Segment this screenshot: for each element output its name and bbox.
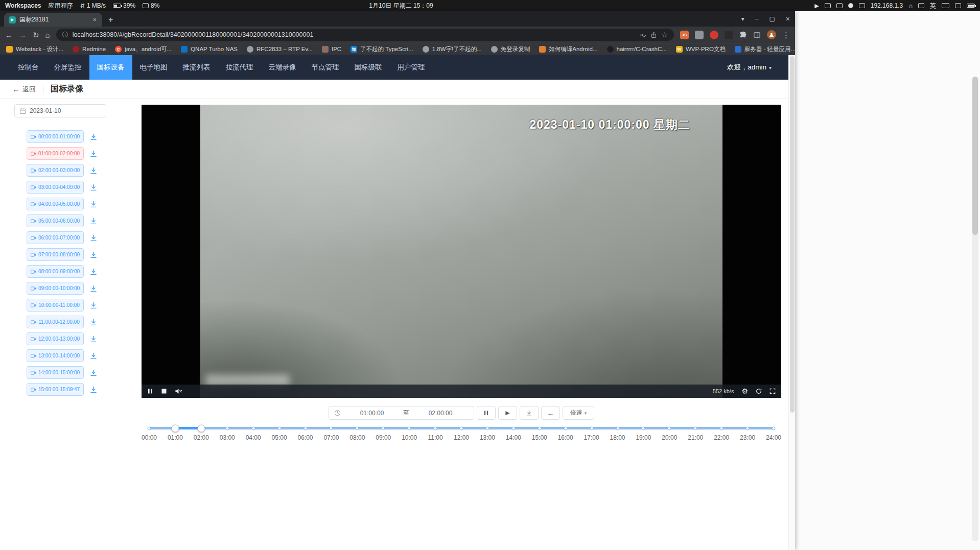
time-range-picker[interactable]: 01:00:00 至 02:00:00 [329, 406, 474, 420]
timeline-stop[interactable] [642, 426, 645, 430]
reload-button[interactable]: ↻ [33, 31, 39, 39]
timeline-stop[interactable] [511, 426, 515, 430]
page-scrollbar-thumb[interactable] [790, 56, 795, 413]
browser-tab[interactable]: ▶ 国标28181 × [4, 13, 102, 27]
timeline-stop[interactable] [460, 426, 463, 430]
nav-item[interactable]: 拉流代理 [218, 55, 261, 80]
bookmark-item[interactable]: W WVP-PRO文档 [676, 45, 726, 53]
bookmark-item[interactable]: 1.8W字!了不起的... [423, 45, 482, 53]
timeline-stop[interactable] [382, 426, 385, 430]
window-maximize-button[interactable]: ▢ [769, 15, 775, 22]
timeline-stop[interactable] [225, 426, 229, 430]
bookmark-item[interactable]: 如何编译Android... [539, 45, 597, 53]
segment-button[interactable]: 02:00:00-03:00:00 [27, 164, 84, 177]
speed-dropdown[interactable]: 倍速 ▾ [563, 406, 594, 420]
timeline-stop[interactable] [590, 426, 593, 430]
bookmark-star-icon[interactable]: ☆ [661, 31, 668, 39]
display-icon[interactable] [955, 3, 961, 8]
tools-icon[interactable] [859, 3, 865, 8]
download-icon[interactable] [90, 201, 97, 208]
timeline-handle[interactable] [171, 424, 179, 432]
timeline-handle[interactable] [197, 424, 205, 432]
screenshot-tool-icon[interactable] [825, 3, 831, 8]
clock[interactable]: 1月10日 星期二 15：09 [369, 2, 433, 10]
end-time-value[interactable]: 02:00:00 [412, 410, 469, 417]
stop-icon[interactable] [161, 388, 167, 394]
timeline-stop[interactable] [356, 426, 359, 430]
back-button[interactable]: ← [5, 31, 13, 39]
bookmark-item[interactable]: IPC [322, 46, 341, 53]
download-icon[interactable] [90, 234, 97, 242]
new-tab-button[interactable]: + [102, 13, 119, 27]
nav-item[interactable]: 分屏监控 [46, 55, 89, 80]
volume-mute-icon[interactable] [175, 388, 182, 394]
back-link[interactable]: ← 返回 [12, 85, 36, 94]
timeline-stop[interactable] [304, 426, 307, 430]
menu-kebab-icon[interactable]: ⋮ [782, 31, 790, 39]
memory-indicator[interactable]: 8% [143, 2, 159, 9]
download-icon[interactable] [90, 268, 97, 275]
timeline-stop[interactable] [434, 426, 437, 430]
nav-item[interactable]: 推流列表 [175, 55, 218, 80]
skip-back-button[interactable]: ← [541, 406, 560, 420]
segment-button[interactable]: 14:00:00-15:00:00 [27, 366, 84, 379]
segment-button[interactable]: 03:00:00-04:00:00 [27, 181, 84, 194]
video-surface[interactable] [200, 105, 722, 398]
home-icon[interactable]: ⌂ [908, 3, 913, 9]
download-icon[interactable] [90, 218, 97, 225]
segment-button[interactable]: 06:00:00-07:00:00 [27, 231, 84, 244]
download-icon[interactable] [90, 336, 97, 343]
timeline-stop[interactable] [330, 426, 333, 430]
ime-indicator[interactable]: 英 [930, 2, 936, 10]
clipboard-icon[interactable] [836, 3, 843, 8]
ext-tampermonkey-icon[interactable] [725, 31, 733, 39]
timeline-stop[interactable] [485, 426, 489, 430]
home-button[interactable]: ⌂ [45, 31, 50, 39]
ip-address[interactable]: 192.168.1.3 [871, 2, 903, 9]
segment-button[interactable]: 00:00:00-01:00:00 [27, 130, 84, 143]
nav-item[interactable]: 控制台 [10, 55, 46, 80]
media-play-icon[interactable]: ▶ [814, 3, 819, 9]
bookmark-item[interactable]: C java、android可... [115, 45, 172, 53]
download-icon[interactable] [90, 184, 97, 191]
download-icon[interactable] [90, 167, 97, 174]
play-button[interactable]: ▶ [498, 406, 517, 420]
segment-button[interactable]: 15:00:00-15:09:47 [27, 383, 84, 396]
timeline-stop[interactable] [564, 426, 567, 430]
bookmark-item[interactable]: 知 了不起的 TypeScri... [351, 45, 413, 53]
timeline-stop[interactable] [277, 426, 281, 430]
download-icon[interactable] [90, 150, 97, 157]
bookmark-item[interactable]: Redmine [73, 46, 106, 53]
ext-js-icon[interactable]: JS [680, 31, 689, 39]
bookmark-item[interactable]: hairrrrr/C-CrashC... [607, 46, 667, 53]
download-icon[interactable] [90, 369, 97, 376]
segment-button[interactable]: 12:00:00-13:00:00 [27, 332, 84, 345]
timeline-stop[interactable] [408, 426, 411, 430]
forward-button[interactable]: → [19, 31, 27, 39]
pause-button[interactable] [477, 406, 496, 420]
tab-search-icon[interactable]: ▾ [741, 15, 744, 22]
extensions-puzzle-icon[interactable] [739, 31, 747, 39]
address-bar[interactable]: ⓘ localhost:38080/#/gbRecordDetail/34020… [56, 29, 674, 41]
keyboard-icon[interactable] [942, 3, 949, 8]
workspaces-button[interactable]: Workspaces [5, 2, 41, 9]
download-button[interactable] [520, 406, 539, 420]
network-indicator[interactable]: ⇵ 1 MB/s [80, 2, 106, 9]
download-icon[interactable] [90, 302, 97, 309]
ext-adblock-icon[interactable] [710, 31, 718, 39]
url-text[interactable]: localhost:38080/#/gbRecordDetail/3402000… [73, 31, 636, 38]
background-scrollbar-thumb[interactable] [972, 77, 978, 235]
download-icon[interactable] [90, 251, 97, 258]
download-icon[interactable] [90, 133, 97, 140]
recorder-dot-icon[interactable] [848, 3, 853, 8]
fullscreen-icon[interactable] [769, 388, 776, 394]
timeline-stop[interactable] [148, 426, 151, 430]
nav-item[interactable]: 节点管理 [304, 55, 347, 80]
nav-item[interactable]: 用户管理 [390, 55, 433, 80]
segment-button[interactable]: 13:00:00-14:00:00 [27, 349, 84, 362]
bookmark-item[interactable]: 免登录复制 [491, 45, 530, 53]
segment-button[interactable]: 04:00:00-05:00:00 [27, 198, 84, 210]
user-menu[interactable]: 欢迎，admin ▾ [727, 63, 772, 72]
segment-button[interactable]: 05:00:00-06:00:00 [27, 214, 84, 227]
segment-button[interactable]: 08:00:00-09:00:00 [27, 265, 84, 278]
